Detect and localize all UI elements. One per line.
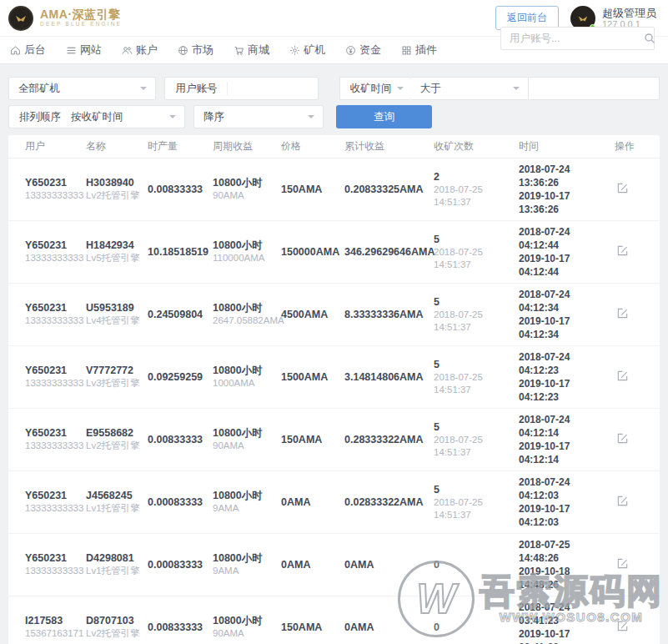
row-hourly-output: 0.00083333	[148, 496, 209, 509]
account-filter-label: 用户账号	[165, 82, 227, 96]
operator-select[interactable]: 大于	[410, 77, 529, 100]
edit-icon[interactable]	[615, 556, 630, 571]
filter-panel: 全部矿机 用户账号 收矿时间 大于 排列顺序	[0, 64, 668, 128]
row-hourly-output: 0.00833333	[148, 621, 209, 634]
nav-item[interactable]: 插件	[401, 43, 437, 58]
chevron-down-icon	[397, 87, 404, 90]
account-filter-input[interactable]	[228, 78, 318, 99]
nav-item-label: 商城	[248, 43, 269, 58]
row-user: I217583	[25, 614, 83, 627]
table-row: Y650231 13333333333 J4568245 Lv1托管引擎 0.0…	[8, 470, 660, 533]
table-row: Y650231 13333333333 D4298081 Lv1托管引擎 0.0…	[8, 533, 660, 596]
row-total-yield: 3.14814806AMA	[344, 370, 430, 384]
nav-item[interactable]: 商城	[234, 43, 269, 58]
query-button[interactable]: 查询	[336, 105, 432, 128]
time-field-select[interactable]: 收矿时间	[339, 77, 410, 100]
nav-item-label: 网站	[80, 43, 102, 58]
col-period: 周期收益	[213, 135, 281, 158]
nav-item[interactable]: 后台	[10, 43, 46, 58]
nav-item[interactable]: 矿机	[289, 43, 325, 58]
table-header-row: 用户 名称 时产量 周期收益 价格 累计收益 收矿次数 时间 操作	[8, 135, 660, 158]
row-collect-count: 5	[434, 483, 515, 496]
miner-icon	[289, 45, 300, 56]
row-user: Y650231	[25, 239, 83, 252]
row-period: 10800小时	[213, 364, 278, 377]
order-label: 排列顺序	[9, 110, 71, 124]
row-miner-name: D8707103	[86, 614, 144, 627]
time-value-input[interactable]	[529, 78, 659, 99]
row-miner-name: V7772772	[86, 364, 144, 377]
edit-icon[interactable]	[615, 180, 630, 196]
row-phone: 13333333333	[25, 252, 83, 264]
order-direction-value: 降序	[194, 110, 224, 124]
search-box	[500, 27, 655, 50]
col-time: 时间	[519, 135, 615, 158]
row-collect-date: 2018-07-25 14:51:37	[434, 184, 515, 209]
row-user: Y650231	[25, 551, 83, 565]
row-period-yield: 90AMA	[213, 189, 278, 202]
row-period-yield: 90AMA	[213, 440, 278, 452]
row-total-yield: 0.28333322AMA	[344, 433, 430, 446]
chevron-down-icon	[140, 87, 147, 90]
brand-logo-icon	[8, 6, 33, 31]
search-icon[interactable]	[644, 33, 655, 44]
funds-icon	[345, 45, 356, 56]
edit-icon[interactable]	[615, 305, 630, 321]
row-phone: 13333333333	[25, 502, 83, 515]
row-start-time: 2018-07-24 13:36:26	[519, 163, 611, 189]
miners-table-card: 用户 名称 时产量 周期收益 价格 累计收益 收矿次数 时间 操作 Y65023…	[8, 135, 660, 644]
row-phone: 15367163171	[25, 627, 83, 640]
row-miner-level: Lv5托管引擎	[86, 252, 144, 264]
edit-icon[interactable]	[615, 368, 630, 384]
edit-icon[interactable]	[615, 493, 630, 509]
row-miner-level: Lv1托管引擎	[86, 565, 144, 577]
row-period: 10800小时	[213, 176, 278, 189]
nav-item[interactable]: 网站	[66, 43, 102, 58]
row-start-time: 2018-07-24 04:12:03	[519, 475, 611, 502]
col-price: 价格	[281, 135, 344, 158]
row-miner-name: J4568245	[86, 489, 144, 502]
col-name: 名称	[86, 135, 148, 158]
edit-icon[interactable]	[615, 243, 630, 259]
nav-item-label: 资金	[359, 43, 381, 58]
plugin-icon	[401, 45, 412, 56]
row-price: 150000AMA	[281, 245, 341, 259]
edit-icon[interactable]	[615, 430, 630, 446]
row-collect-date: 2018-07-25 14:51:37	[434, 434, 515, 459]
row-price: 150AMA	[281, 183, 341, 196]
row-collect-date: 2018-07-25 14:51:37	[434, 371, 515, 396]
nav-item[interactable]: 市场	[178, 43, 213, 58]
nav-item[interactable]: 账户	[122, 43, 158, 58]
row-hourly-output: 0.00833333	[148, 183, 209, 196]
row-start-time: 2018-07-25 14:48:26	[519, 538, 611, 565]
nav-item[interactable]: 资金	[345, 43, 381, 58]
site-icon	[66, 45, 77, 56]
chevron-down-icon	[169, 115, 176, 118]
row-collect-count: 2	[434, 170, 515, 184]
miner-type-select[interactable]: 全部矿机	[8, 77, 156, 100]
row-collect-date: 2018-07-25 14:51:37	[434, 496, 515, 521]
chevron-down-icon	[513, 87, 520, 90]
order-field-select[interactable]: 按收矿时间	[71, 110, 184, 124]
col-actions: 操作	[615, 135, 660, 158]
row-miner-level: Lv1托管引擎	[86, 502, 144, 515]
row-miner-level: Lv4托管引擎	[86, 314, 144, 327]
row-end-time: 2019-10-18 14:48:26	[519, 565, 611, 591]
row-miner-name: D4298081	[86, 551, 144, 565]
table-row: Y650231 13333333333 E9558682 Lv2托管引擎 0.0…	[8, 408, 660, 470]
search-input[interactable]	[510, 33, 644, 44]
admin-page: AMA·深蓝引擎 DEEP BLUE ENGINE 返回前台 超级管理员 127…	[0, 0, 668, 644]
row-end-time: 2019-10-17 04:12:03	[519, 502, 611, 529]
row-start-time: 2018-07-24 04:12:23	[519, 350, 611, 377]
edit-icon[interactable]	[615, 618, 630, 634]
row-user: Y650231	[25, 301, 83, 314]
col-user: 用户	[8, 135, 86, 158]
row-period-yield: 110000AMA	[213, 252, 278, 264]
row-start-time: 2018-07-24 04:12:14	[519, 413, 611, 440]
order-direction-select[interactable]: 降序	[193, 105, 324, 128]
row-period: 10800小时	[213, 551, 278, 565]
row-end-time: 2019-10-17 04:12:14	[519, 440, 611, 466]
users-icon	[122, 45, 133, 56]
row-price: 0AMA	[281, 496, 341, 509]
table-row: Y650231 13333333333 H1842934 Lv5托管引擎 10.…	[8, 220, 660, 283]
